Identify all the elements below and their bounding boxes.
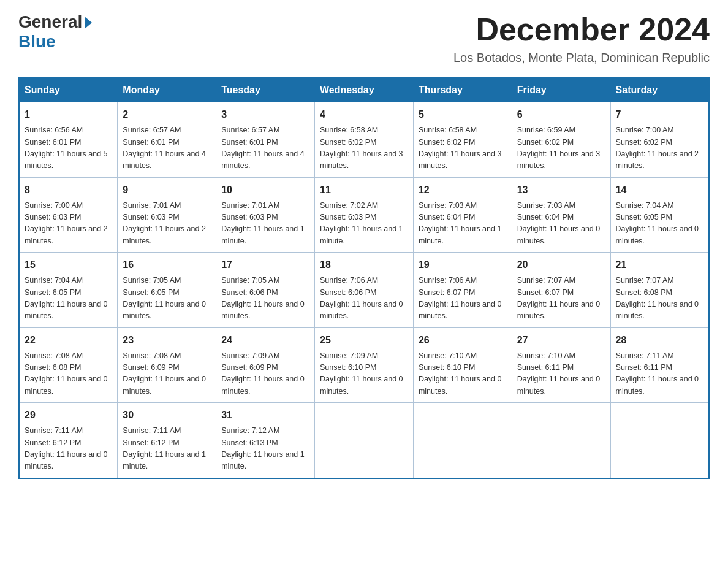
day-info: Sunrise: 7:12 AMSunset: 6:13 PMDaylight:… (221, 425, 309, 473)
day-number: 31 (221, 408, 309, 423)
day-number: 17 (221, 258, 309, 272)
calendar-cell (512, 403, 610, 478)
day-header-tuesday: Tuesday (216, 78, 315, 102)
day-number: 12 (419, 183, 507, 197)
day-number: 27 (517, 333, 605, 348)
calendar-cell: 2Sunrise: 6:57 AMSunset: 6:01 PMDaylight… (118, 102, 216, 178)
calendar-table: SundayMondayTuesdayWednesdayThursdayFrid… (18, 77, 710, 479)
day-number: 9 (123, 183, 211, 197)
calendar-cell: 16Sunrise: 7:05 AMSunset: 6:05 PMDayligh… (118, 253, 216, 328)
calendar-cell: 13Sunrise: 7:03 AMSunset: 6:04 PMDayligh… (512, 177, 610, 253)
day-info: Sunrise: 7:05 AMSunset: 6:06 PMDaylight:… (221, 275, 309, 323)
day-number: 24 (221, 333, 309, 348)
calendar-cell: 7Sunrise: 7:00 AMSunset: 6:02 PMDaylight… (610, 102, 709, 178)
calendar-week-row: 8Sunrise: 7:00 AMSunset: 6:03 PMDaylight… (19, 177, 709, 253)
day-number: 8 (25, 183, 112, 197)
day-info: Sunrise: 7:02 AMSunset: 6:03 PMDaylight:… (320, 200, 408, 248)
day-number: 6 (517, 107, 605, 122)
location-subtitle: Los Botados, Monte Plata, Dominican Repu… (453, 51, 710, 65)
day-number: 7 (616, 107, 703, 122)
day-info: Sunrise: 7:07 AMSunset: 6:07 PMDaylight:… (517, 275, 605, 323)
day-number: 1 (25, 107, 112, 122)
day-info: Sunrise: 7:09 AMSunset: 6:09 PMDaylight:… (221, 350, 309, 398)
calendar-cell: 15Sunrise: 7:04 AMSunset: 6:05 PMDayligh… (19, 253, 118, 328)
calendar-cell: 14Sunrise: 7:04 AMSunset: 6:05 PMDayligh… (610, 177, 709, 253)
day-number: 26 (419, 333, 507, 348)
day-info: Sunrise: 7:00 AMSunset: 6:03 PMDaylight:… (25, 200, 112, 248)
title-section: December 2024 Los Botados, Monte Plata, … (453, 12, 710, 65)
day-number: 11 (320, 183, 408, 197)
day-number: 18 (320, 258, 408, 272)
day-info: Sunrise: 7:04 AMSunset: 6:05 PMDaylight:… (616, 200, 703, 248)
calendar-cell (315, 403, 414, 478)
calendar-cell: 3Sunrise: 6:57 AMSunset: 6:01 PMDaylight… (216, 102, 315, 178)
calendar-cell: 10Sunrise: 7:01 AMSunset: 6:03 PMDayligh… (216, 177, 315, 253)
day-number: 10 (221, 183, 309, 197)
day-info: Sunrise: 6:59 AMSunset: 6:02 PMDaylight:… (517, 124, 605, 172)
calendar-week-row: 15Sunrise: 7:04 AMSunset: 6:05 PMDayligh… (19, 253, 709, 328)
day-info: Sunrise: 7:10 AMSunset: 6:10 PMDaylight:… (419, 350, 507, 398)
day-info: Sunrise: 6:58 AMSunset: 6:02 PMDaylight:… (320, 124, 408, 172)
calendar-cell: 19Sunrise: 7:06 AMSunset: 6:07 PMDayligh… (413, 253, 512, 328)
calendar-cell: 4Sunrise: 6:58 AMSunset: 6:02 PMDaylight… (315, 102, 414, 178)
day-number: 20 (517, 258, 605, 272)
calendar-cell: 9Sunrise: 7:01 AMSunset: 6:03 PMDaylight… (118, 177, 216, 253)
day-info: Sunrise: 6:58 AMSunset: 6:02 PMDaylight:… (419, 124, 507, 172)
calendar-cell: 1Sunrise: 6:56 AMSunset: 6:01 PMDaylight… (19, 102, 118, 178)
day-number: 5 (419, 107, 507, 122)
logo-triangle-icon (85, 17, 92, 29)
logo: General Blue (18, 12, 92, 52)
day-number: 14 (616, 183, 703, 197)
calendar-cell: 20Sunrise: 7:07 AMSunset: 6:07 PMDayligh… (512, 253, 610, 328)
day-header-monday: Monday (118, 78, 216, 102)
calendar-header-row: SundayMondayTuesdayWednesdayThursdayFrid… (19, 78, 709, 102)
day-info: Sunrise: 7:11 AMSunset: 6:11 PMDaylight:… (616, 350, 703, 398)
day-number: 23 (123, 333, 211, 348)
day-info: Sunrise: 6:56 AMSunset: 6:01 PMDaylight:… (25, 124, 112, 172)
day-number: 21 (616, 258, 703, 272)
day-info: Sunrise: 7:01 AMSunset: 6:03 PMDaylight:… (221, 200, 309, 248)
day-info: Sunrise: 7:05 AMSunset: 6:05 PMDaylight:… (123, 275, 211, 323)
day-info: Sunrise: 7:06 AMSunset: 6:07 PMDaylight:… (419, 275, 507, 323)
day-number: 28 (616, 333, 703, 348)
day-number: 25 (320, 333, 408, 348)
calendar-cell: 31Sunrise: 7:12 AMSunset: 6:13 PMDayligh… (216, 403, 315, 478)
day-info: Sunrise: 7:08 AMSunset: 6:09 PMDaylight:… (123, 350, 211, 398)
calendar-cell: 5Sunrise: 6:58 AMSunset: 6:02 PMDaylight… (413, 102, 512, 178)
day-info: Sunrise: 7:07 AMSunset: 6:08 PMDaylight:… (616, 275, 703, 323)
day-number: 15 (25, 258, 112, 272)
day-info: Sunrise: 7:11 AMSunset: 6:12 PMDaylight:… (25, 425, 112, 473)
day-info: Sunrise: 7:10 AMSunset: 6:11 PMDaylight:… (517, 350, 605, 398)
calendar-cell: 25Sunrise: 7:09 AMSunset: 6:10 PMDayligh… (315, 327, 414, 403)
day-number: 3 (221, 107, 309, 122)
calendar-cell: 26Sunrise: 7:10 AMSunset: 6:10 PMDayligh… (413, 327, 512, 403)
day-info: Sunrise: 7:01 AMSunset: 6:03 PMDaylight:… (123, 200, 211, 248)
calendar-cell: 22Sunrise: 7:08 AMSunset: 6:08 PMDayligh… (19, 327, 118, 403)
calendar-cell: 24Sunrise: 7:09 AMSunset: 6:09 PMDayligh… (216, 327, 315, 403)
calendar-cell (610, 403, 709, 478)
day-number: 22 (25, 333, 112, 348)
calendar-cell: 18Sunrise: 7:06 AMSunset: 6:06 PMDayligh… (315, 253, 414, 328)
day-info: Sunrise: 6:57 AMSunset: 6:01 PMDaylight:… (221, 124, 309, 172)
calendar-cell: 23Sunrise: 7:08 AMSunset: 6:09 PMDayligh… (118, 327, 216, 403)
calendar-week-row: 22Sunrise: 7:08 AMSunset: 6:08 PMDayligh… (19, 327, 709, 403)
calendar-cell: 12Sunrise: 7:03 AMSunset: 6:04 PMDayligh… (413, 177, 512, 253)
day-number: 19 (419, 258, 507, 272)
calendar-week-row: 1Sunrise: 6:56 AMSunset: 6:01 PMDaylight… (19, 102, 709, 178)
calendar-cell (413, 403, 512, 478)
day-header-sunday: Sunday (19, 78, 118, 102)
day-header-thursday: Thursday (413, 78, 512, 102)
calendar-cell: 28Sunrise: 7:11 AMSunset: 6:11 PMDayligh… (610, 327, 709, 403)
day-header-friday: Friday (512, 78, 610, 102)
day-header-saturday: Saturday (610, 78, 709, 102)
day-info: Sunrise: 7:03 AMSunset: 6:04 PMDaylight:… (517, 200, 605, 248)
day-info: Sunrise: 7:09 AMSunset: 6:10 PMDaylight:… (320, 350, 408, 398)
logo-general: General (18, 12, 92, 32)
logo-general-text: General (18, 12, 82, 32)
day-number: 29 (25, 408, 112, 423)
day-header-wednesday: Wednesday (315, 78, 414, 102)
page-header: General Blue December 2024 Los Botados, … (18, 12, 710, 65)
day-info: Sunrise: 7:04 AMSunset: 6:05 PMDaylight:… (25, 275, 112, 323)
day-info: Sunrise: 7:06 AMSunset: 6:06 PMDaylight:… (320, 275, 408, 323)
day-number: 13 (517, 183, 605, 197)
